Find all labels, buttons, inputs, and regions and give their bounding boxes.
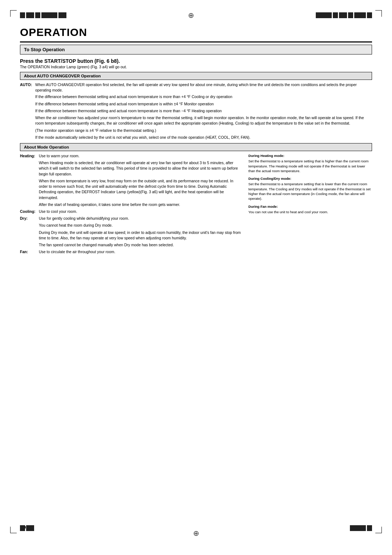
mode-left: Heating: Use to warm your room. When Hea… xyxy=(20,153,242,256)
auto-text: When AUTO CHANGEOVER operation first sel… xyxy=(35,82,372,93)
bar-block xyxy=(41,12,57,18)
dry-label: Dry: xyxy=(20,216,39,221)
auto-para5: (The monitor operation range is ±4 °F re… xyxy=(35,128,372,133)
section-stop-title: To Stop Operation xyxy=(24,47,65,52)
main-content: OPERATION To Stop Operation Press the ST… xyxy=(20,26,372,519)
heating-label: Heating: xyxy=(20,153,39,159)
right-heating-block: During Heating mode: Set the thermostat … xyxy=(248,153,372,173)
press-sub: The OPERATION Indicator Lamp (green) (Fi… xyxy=(20,65,372,69)
section-mode-box: About Mode Operation xyxy=(20,143,372,151)
auto-para4: When the air conditioner has adjusted yo… xyxy=(35,115,372,126)
dry-text3: During Dry mode, the unit will operate a… xyxy=(39,230,242,241)
bar-block xyxy=(348,12,353,18)
mode-content: Heating: Use to warm your room. When Hea… xyxy=(20,153,372,256)
bottom-decorative-bar xyxy=(0,523,392,533)
bar-block xyxy=(354,12,366,18)
bar-block xyxy=(26,525,34,531)
bar-block xyxy=(339,12,347,18)
cooling-label: Cooling: xyxy=(20,209,39,214)
right-heating-text: Set the thermostat to a temperature sett… xyxy=(248,159,372,173)
right-fan-text: You can not use the unit to heat and coo… xyxy=(248,210,372,214)
heating-text1: Use to warm your room. xyxy=(39,153,242,159)
auto-content: AUTO: When AUTO CHANGEOVER operation fir… xyxy=(20,82,372,140)
cooling-row: Cooling: Use to cool your room. xyxy=(20,209,242,214)
crosshair-top xyxy=(187,11,195,19)
bar-block xyxy=(350,525,366,531)
auto-para1: If the differance between thermostat set… xyxy=(35,94,372,100)
section-stop-box: To Stop Operation xyxy=(20,45,372,54)
page: OPERATION To Stop Operation Press the ST… xyxy=(0,0,392,555)
section-auto-title: About AUTO CHANGEOVER Operation xyxy=(24,74,101,78)
right-cooling-title: During Cooling/Dry mode: xyxy=(248,176,372,181)
right-fan-block: During Fan mode: You can not use the uni… xyxy=(248,204,372,215)
heating-text3: When the room temperature is very low, f… xyxy=(39,178,242,200)
heating-text4: After the start of heating operation, it… xyxy=(39,202,242,207)
right-cooling-block: During Cooling/Dry mode: Set the thermos… xyxy=(248,176,372,201)
bar-block xyxy=(367,12,372,18)
bottom-bar-right xyxy=(350,525,372,531)
bar-block xyxy=(333,12,338,18)
mode-right: During Heating mode: Set the thermostat … xyxy=(248,153,372,256)
bar-block xyxy=(20,12,25,18)
right-fan-title: During Fan mode: xyxy=(248,204,372,209)
bar-block xyxy=(367,525,372,531)
dry-text1: Use for gently cooling while dehumidifyi… xyxy=(39,216,242,221)
auto-para2: If the difference between thermostat set… xyxy=(35,101,372,107)
auto-label: AUTO: xyxy=(20,82,35,93)
fan-text: Use to circulate the air throughout your… xyxy=(39,249,242,255)
right-heating-title: During Heating mode: xyxy=(248,153,372,158)
bar-block xyxy=(35,12,40,18)
dry-text2: You cannot heat the room during Dry mode… xyxy=(39,223,242,228)
dry-row: Dry: Use for gently cooling while dehumi… xyxy=(20,216,242,221)
cooling-text: Use to cool your room. xyxy=(39,209,242,214)
heating-text2: When Heating mode is selected, the air c… xyxy=(39,160,242,177)
section-auto-box: About AUTO CHANGEOVER Operation xyxy=(20,72,372,80)
auto-para6: If the mode automatically selected by th… xyxy=(35,135,372,140)
auto-para3: If the difference between thermostat set… xyxy=(35,108,372,114)
bar-block xyxy=(26,12,34,18)
fan-row: Fan: Use to circulate the air throughout… xyxy=(20,249,242,255)
fan-label: Fan: xyxy=(20,249,39,255)
top-bar-left xyxy=(20,12,66,18)
section-mode-title: About Mode Operation xyxy=(24,145,69,149)
heating-row: Heating: Use to warm your room. xyxy=(20,153,242,159)
press-line: Press the START/STOP button (Fig. 6 b8). xyxy=(20,58,372,64)
top-bar-right xyxy=(316,12,372,18)
right-cooling-text: Set the thermostat to a temperature sett… xyxy=(248,182,372,201)
auto-row: AUTO: When AUTO CHANGEOVER operation fir… xyxy=(20,82,372,93)
top-decorative-bar xyxy=(0,10,392,20)
bar-block xyxy=(58,12,66,18)
bottom-bar-left xyxy=(20,525,34,531)
page-title: OPERATION xyxy=(20,26,372,42)
dry-text4: The fan speed cannot be changed manually… xyxy=(39,242,242,248)
bar-block xyxy=(316,12,332,18)
bar-block xyxy=(20,525,25,531)
